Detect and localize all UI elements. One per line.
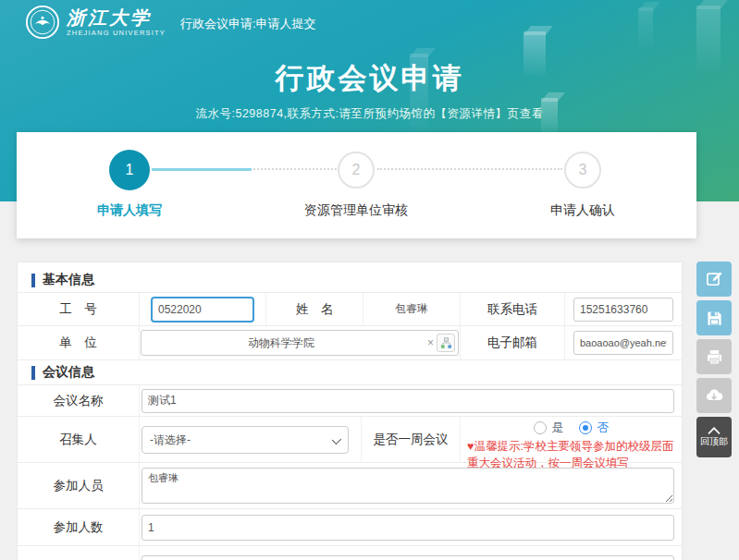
step-3-circle: 3 <box>564 152 601 189</box>
radio-yes[interactable] <box>534 421 547 434</box>
clear-unit-icon[interactable]: × <box>427 336 434 349</box>
section-header-meeting-info: 会议信息 <box>18 360 682 385</box>
cloud-download-icon <box>705 386 723 405</box>
step-1-label: 申请人填写 <box>28 202 231 219</box>
edit-button[interactable] <box>696 262 732 297</box>
weekly-meeting-label: 是否一周会议 <box>362 417 461 462</box>
application-form: 基本信息 工 号 姓 名 包睿琳 联系电话 单 位 × <box>17 262 683 560</box>
chevron-up-icon <box>707 427 721 434</box>
floating-toolbar: 回顶部 <box>696 262 732 457</box>
form-row-meeting-name: 会议名称 <box>18 385 682 417</box>
weekly-radio-group: 是 否 <box>461 420 682 436</box>
step-1-circle: 1 <box>109 150 150 190</box>
phone-input[interactable] <box>573 298 673 322</box>
meeting-name-label: 会议名称 <box>18 385 140 416</box>
participant-count-input[interactable] <box>142 515 674 541</box>
save-floppy-icon <box>706 310 723 327</box>
org-structure-icon <box>440 337 452 349</box>
radio-yes-label[interactable]: 是 <box>552 420 564 436</box>
section-title: 基本信息 <box>43 272 94 288</box>
progress-line-solid <box>152 168 252 171</box>
top-bar: 浙江大学 ZHEJIANG UNIVERSITY 行政会议申请:申请人提交 <box>0 0 739 44</box>
section-marker <box>31 274 35 287</box>
meeting-name-input[interactable] <box>142 389 674 413</box>
phone-label: 联系电话 <box>461 293 565 325</box>
page-title: 行政会议申请 <box>0 59 739 98</box>
form-row-basic-2: 单 位 × 电子邮箱 <box>18 326 682 360</box>
step-2-number: 2 <box>352 162 361 178</box>
back-to-top-button[interactable]: 回顶部 <box>696 417 732 457</box>
save-button[interactable] <box>696 300 732 335</box>
page: 浙江大学 ZHEJIANG UNIVERSITY 行政会议申请:申请人提交 行政… <box>0 0 739 560</box>
employee-id-input[interactable] <box>151 297 254 323</box>
printer-icon <box>706 348 723 366</box>
unit-input[interactable] <box>141 330 459 356</box>
participants-label: 参加人员 <box>18 463 140 508</box>
section-marker <box>31 366 35 380</box>
form-row-meeting-content: 会议内容 <box>18 546 682 560</box>
participant-count-label: 参加人数 <box>18 509 140 545</box>
email-label: 电子邮箱 <box>461 326 565 359</box>
participants-textarea[interactable]: 包睿琳 <box>142 468 674 504</box>
serial-number-subtitle: 流水号:5298874,联系方式:请至所预约场馆的【资源详情】页查看 <box>0 106 739 122</box>
name-label: 姓 名 <box>266 293 363 325</box>
edit-pencil-icon <box>705 270 723 288</box>
step-2-circle: 2 <box>338 152 375 189</box>
form-row-participant-count: 参加人数 <box>18 509 682 546</box>
page-context-title: 行政会议申请:申请人提交 <box>180 16 316 32</box>
section-title: 会议信息 <box>43 364 94 381</box>
radio-no[interactable] <box>579 421 592 434</box>
meeting-content-textarea[interactable] <box>142 555 674 560</box>
zju-logo-icon <box>25 5 60 40</box>
employee-id-label: 工 号 <box>18 293 140 325</box>
download-button[interactable] <box>696 378 732 413</box>
progress-line-dotted <box>253 168 337 170</box>
step-2-label: 资源管理单位审核 <box>254 202 458 219</box>
step-1-number: 1 <box>126 162 134 178</box>
org-picker-button[interactable] <box>437 334 455 352</box>
step-progress-card: 1 2 3 申请人填写 资源管理单位审核 申请人确认 <box>17 132 696 238</box>
progress-line-dotted <box>377 168 562 170</box>
step-3-number: 3 <box>579 162 587 178</box>
back-to-top-label: 回顶部 <box>700 435 728 448</box>
form-row-convener: 召集人 -请选择- 是否一周会议 是 否 ♥温馨提示:学校主要领导参加的校级层面… <box>18 417 682 463</box>
unit-label: 单 位 <box>18 326 140 359</box>
print-button[interactable] <box>696 339 732 374</box>
university-name-cn: 浙江大学 <box>67 7 166 28</box>
university-name-en: ZHEJIANG UNIVERSITY <box>67 29 166 37</box>
form-row-basic-1: 工 号 姓 名 包睿琳 联系电话 <box>18 293 682 326</box>
section-header-basic-info: 基本信息 <box>18 268 682 293</box>
convener-select[interactable]: -请选择- <box>142 426 349 454</box>
email-input[interactable] <box>573 331 673 355</box>
meeting-content-label: 会议内容 <box>18 546 140 560</box>
logo-text-block: 浙江大学 ZHEJIANG UNIVERSITY <box>67 7 166 37</box>
convener-label: 召集人 <box>18 417 140 462</box>
name-value: 包睿琳 <box>363 293 461 325</box>
step-3-label: 申请人确认 <box>481 202 684 219</box>
form-row-participants: 参加人员 包睿琳 <box>18 463 682 509</box>
radio-no-label[interactable]: 否 <box>597 420 610 436</box>
